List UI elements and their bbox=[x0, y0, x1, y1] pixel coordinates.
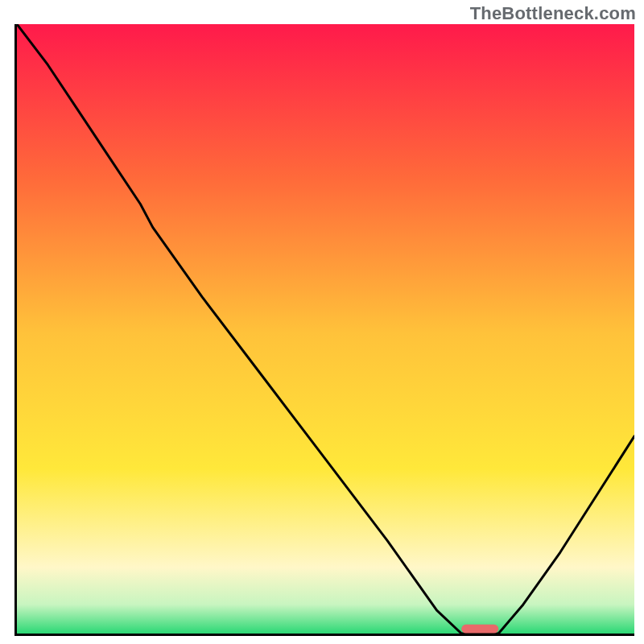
chart-stage: TheBottleneck.com bbox=[0, 0, 644, 644]
plot-area bbox=[14, 24, 634, 636]
svg-rect-1 bbox=[461, 625, 498, 634]
optimum-marker bbox=[17, 24, 634, 634]
watermark-text: TheBottleneck.com bbox=[470, 3, 636, 24]
